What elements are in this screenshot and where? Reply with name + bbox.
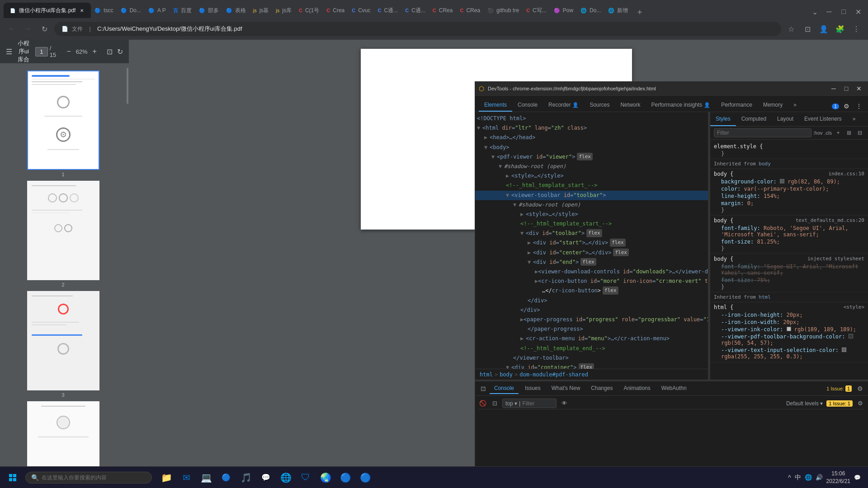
html-line-html[interactable]: ▼ <html dir="ltr" lang="zh" class> bbox=[475, 123, 708, 133]
styles-tab-computed[interactable]: Computed bbox=[736, 112, 772, 126]
devtools-tab-memory[interactable]: Memory bbox=[758, 99, 788, 112]
pdf-viewer-toggle[interactable]: ▼ bbox=[491, 153, 497, 161]
console-clear-button[interactable]: 🚫 bbox=[479, 399, 487, 408]
tray-icons-expand[interactable]: ^ bbox=[788, 474, 791, 481]
devtools-tab-elements[interactable]: Elements bbox=[479, 99, 512, 112]
tab-item[interactable]: C CRea bbox=[456, 3, 484, 18]
cr-icon-btn-toggle[interactable]: ▶ bbox=[535, 277, 538, 286]
tab-item[interactable]: 🌐 新增 bbox=[604, 3, 632, 18]
back-button[interactable]: ← bbox=[5, 23, 18, 35]
tab-item[interactable]: 百 百度 bbox=[170, 3, 195, 18]
tab-item[interactable]: js js基 bbox=[250, 3, 273, 18]
devtools-more-button[interactable]: ⋮ bbox=[854, 101, 864, 112]
tab-item[interactable]: C CRea bbox=[429, 3, 457, 18]
head-toggle[interactable]: ▶ bbox=[484, 133, 490, 142]
body-toggle[interactable]: ▼ bbox=[484, 143, 490, 152]
html-line-shadow-root-2[interactable]: ▼ #shadow-root (open) bbox=[475, 200, 708, 210]
html-line-cr-action-menu[interactable]: ▶ <cr-action-menu id="menu">…</cr-action… bbox=[475, 334, 708, 343]
taskbar-app-browser[interactable]: 🌐 bbox=[277, 469, 295, 487]
console-tab-whats-new[interactable]: What's New bbox=[547, 383, 585, 394]
styles-tab-more[interactable]: » bbox=[847, 112, 861, 126]
html-line-close-toolbar[interactable]: </div> bbox=[475, 305, 708, 315]
console-tab-console[interactable]: Console bbox=[490, 383, 519, 394]
tab-item[interactable]: 🔵 部多 bbox=[195, 3, 222, 18]
html-line-container[interactable]: ▼ <div id="container"> flex bbox=[475, 363, 708, 369]
tab-item[interactable]: C C写... bbox=[523, 3, 550, 18]
issue-badge-bottom[interactable]: 1 Issue: 1 bbox=[826, 400, 853, 407]
html-line-div-start[interactable]: ▶ <div id="start">…</div> flex bbox=[475, 238, 708, 248]
pdf-rotate-button[interactable]: ↻ bbox=[117, 45, 123, 58]
html-line-div-end[interactable]: ▼ <div id="end"> flex bbox=[475, 258, 708, 267]
tab-item[interactable]: ⚫ github tre bbox=[484, 3, 523, 18]
tab-item[interactable]: C C通... bbox=[401, 3, 429, 18]
taskbar-app-music[interactable]: 🎵 bbox=[237, 469, 255, 487]
html-line-comment-end[interactable]: <!--_html_template_end_--> bbox=[475, 344, 708, 353]
address-input[interactable]: 📄 文件 ｜ C:/Users/WeiChengYu/Desktop/微信小程序… bbox=[54, 22, 781, 36]
taskbar-search-bar[interactable]: 🔍 bbox=[25, 472, 152, 483]
devtools-tab-more[interactable]: » bbox=[788, 99, 802, 112]
html-line-pdf-viewer[interactable]: ▼ <pdf-viewer id="viewer"> flex bbox=[475, 152, 708, 162]
paper-progress-toggle[interactable]: ▶ bbox=[520, 315, 524, 324]
taskbar-app-chrome-blue[interactable]: 🔵 bbox=[217, 469, 235, 487]
styles-tab-layout[interactable]: Layout bbox=[772, 112, 799, 126]
div-end-toggle[interactable]: ▼ bbox=[528, 258, 533, 267]
viewer-toolbar-toggle[interactable]: ▼ bbox=[506, 191, 511, 200]
minimize-button[interactable]: ─ bbox=[823, 5, 835, 18]
console-settings-icon[interactable]: ⚙ bbox=[856, 399, 864, 408]
console-tab-animations[interactable]: Animations bbox=[619, 383, 655, 394]
tab-item[interactable]: 🔵 tscc bbox=[91, 3, 117, 18]
div-center-toggle[interactable]: ▶ bbox=[528, 249, 533, 257]
html-line-shadow-root-1[interactable]: ▼ #shadow-root (open) bbox=[475, 162, 708, 171]
html-line-viewer-toolbar[interactable]: ▼ <viewer-toolbar id="toolbar"> bbox=[475, 191, 708, 200]
html-line-style-2[interactable]: ▶ <style>…</style> bbox=[475, 210, 708, 219]
new-style-rule-button[interactable]: ⊞ bbox=[844, 128, 854, 137]
cast-button[interactable]: ⊡ bbox=[801, 23, 814, 35]
breadcrumb-dom-module[interactable]: dom-module#pdf-shared bbox=[519, 371, 589, 378]
taskbar-app-vscode[interactable]: 💻 bbox=[197, 469, 215, 487]
notification-icon[interactable]: 💬 bbox=[854, 474, 861, 481]
div-toolbar-toggle[interactable]: ▼ bbox=[520, 229, 526, 238]
pdf-zoom-out-button[interactable]: − bbox=[66, 45, 72, 58]
tab-item[interactable]: js js库 bbox=[272, 3, 295, 18]
tab-item[interactable]: 🟣 Pow bbox=[550, 3, 577, 18]
pdf-menu-button[interactable]: ☰ bbox=[5, 45, 12, 58]
maximize-button[interactable]: □ bbox=[837, 5, 850, 18]
styles-tab-styles[interactable]: Styles bbox=[710, 112, 736, 126]
cls-button[interactable]: .cls bbox=[825, 130, 832, 136]
style-toggle-2[interactable]: ▶ bbox=[520, 210, 526, 219]
html-line-div-toolbar[interactable]: ▼ <div id="toolbar"> flex bbox=[475, 229, 708, 238]
pdf-zoom-in-button[interactable]: + bbox=[91, 45, 98, 58]
html-line-cr-icon-btn-close[interactable]: …</cr-icon-button> flex bbox=[475, 286, 708, 296]
toggle-computed-button[interactable]: ⊟ bbox=[855, 128, 864, 137]
reload-button[interactable]: ↻ bbox=[38, 23, 51, 35]
div-start-toggle[interactable]: ▶ bbox=[528, 239, 533, 247]
tab-item[interactable]: C Cvuc bbox=[348, 3, 374, 18]
download-controls-toggle[interactable]: ▶ bbox=[535, 267, 538, 276]
shadow-toggle-2[interactable]: ▼ bbox=[513, 201, 519, 209]
tab-item[interactable]: 🔵 A P bbox=[145, 3, 170, 18]
html-line-comment-1[interactable]: <!--_html_template_start_--> bbox=[475, 181, 708, 190]
taskbar-app-mail[interactable]: ✉ bbox=[177, 469, 195, 487]
console-settings-button[interactable]: ⚙ bbox=[855, 384, 864, 393]
html-toggle[interactable]: ▼ bbox=[477, 124, 482, 132]
html-line-comment-2[interactable]: <!--_html_template_start_--> bbox=[475, 219, 708, 229]
new-tab-button[interactable]: ＋ bbox=[633, 5, 646, 18]
taskbar-clock[interactable]: 15:06 2022/6/21 bbox=[826, 470, 850, 485]
issue-count-badge[interactable]: 1 Issue: 1 bbox=[826, 386, 852, 391]
forward-button[interactable]: → bbox=[22, 23, 34, 35]
default-levels-button[interactable]: Default levels ▾ bbox=[786, 400, 823, 407]
tray-network-icon[interactable]: 🌐 bbox=[805, 474, 812, 481]
tab-item[interactable]: 🔵 Do... bbox=[117, 3, 145, 18]
tab-item[interactable]: C Crea bbox=[323, 3, 348, 18]
html-line-div-center[interactable]: ▶ <div id="center">…</div> flex bbox=[475, 248, 708, 258]
pdf-page-input[interactable] bbox=[35, 47, 48, 56]
pdf-thumbnail-1[interactable]: ⚙ 1 bbox=[4, 70, 123, 177]
taskbar-search-input[interactable] bbox=[42, 474, 146, 481]
taskbar-app-defender[interactable]: 🛡 bbox=[297, 469, 315, 487]
color-swatch-ink[interactable] bbox=[787, 327, 791, 331]
taskbar-app-chrome[interactable]: 🔵 bbox=[336, 469, 354, 487]
color-swatch-selection[interactable] bbox=[842, 347, 846, 352]
styles-filter-input[interactable] bbox=[714, 128, 811, 137]
devtools-close-button[interactable]: ✕ bbox=[854, 83, 864, 94]
devtools-tab-recorder[interactable]: Recorder 👤 bbox=[543, 99, 584, 112]
